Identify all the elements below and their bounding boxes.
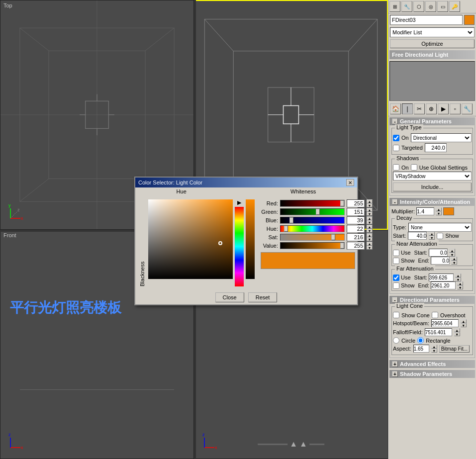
intensity-collapse[interactable]: - [392,199,398,205]
near-show-checkbox[interactable] [393,258,399,264]
red-slider[interactable] [280,200,345,207]
near-end-input[interactable] [431,257,450,265]
green-spin[interactable]: ▲ ▼ [367,208,373,216]
panel-icon-modify[interactable]: ✂ [414,103,425,114]
hue-slider-bar[interactable] [235,207,244,286]
modifier-select[interactable]: Modifier List [390,27,475,37]
toolbar-btn-5[interactable]: ▭ [437,1,448,12]
green-spin-up[interactable]: ▲ [367,208,373,212]
panel-icon-motion[interactable]: ▶ [438,103,449,114]
sat-input[interactable] [347,233,365,241]
mult-spin-up[interactable]: ▲ [436,207,442,211]
advanced-effects-expand[interactable]: + [392,361,398,367]
rectangle-radio[interactable] [417,337,424,344]
hue-spin-down[interactable]: ▼ [367,229,373,233]
panel-icon-display[interactable]: ▫ [450,103,461,114]
optimize-btn[interactable]: Optimize [390,39,475,48]
dialog-close-btn[interactable]: ✕ [346,179,354,186]
value-spin-down[interactable]: ▼ [367,246,373,250]
toolbar-btn-1[interactable]: ⊞ [389,1,400,12]
far-start-up[interactable]: ▲ [455,274,461,277]
hotspot-up[interactable]: ▲ [461,319,467,323]
light-type-select[interactable]: Directional [411,133,472,142]
include-btn[interactable]: Include... [393,183,472,191]
toolbar-btn-2[interactable]: 🔧 [401,1,412,12]
decay-spin-up[interactable]: ▲ [429,232,435,236]
red-spin-down[interactable]: ▼ [367,203,373,207]
shadow-params-expand[interactable]: + [392,371,398,377]
far-show-checkbox[interactable] [393,282,399,289]
mult-spin-down[interactable]: ▼ [436,211,442,215]
decay-show-checkbox[interactable] [437,233,443,239]
near-start-input[interactable] [429,249,448,257]
name-input[interactable] [390,15,463,25]
name-color-swatch[interactable] [464,15,475,25]
scroll-bar[interactable] [258,444,287,445]
close-btn[interactable]: Close [215,292,244,302]
light-on-checkbox[interactable] [393,135,399,141]
falloff-up[interactable]: ▲ [454,328,460,332]
color-picker-area[interactable]: ▶ [148,199,255,286]
blue-spin-down[interactable]: ▼ [367,220,373,224]
shadows-on-checkbox[interactable] [393,164,399,171]
hotspot-input[interactable] [431,319,459,327]
near-use-checkbox[interactable] [393,250,399,256]
blue-slider[interactable] [280,217,345,224]
near-start-down[interactable]: ▼ [449,253,455,257]
targeted-checkbox[interactable] [393,145,399,151]
hue-field-spin[interactable]: ▲ ▼ [367,225,373,233]
toolbar-btn-4[interactable]: ◎ [425,1,436,12]
value-input[interactable] [347,242,365,250]
scroll-up-arrow[interactable]: ▲ [289,440,297,449]
panel-icon-house[interactable]: 🏠 [390,103,401,114]
toolbar-btn-3[interactable]: ⬡ [413,1,424,12]
sat-slider[interactable] [280,234,345,241]
scroll-bar2[interactable] [309,444,324,445]
sat-spin-up[interactable]: ▲ [367,233,373,237]
red-spin[interactable]: ▲ ▼ [367,199,373,207]
value-slider[interactable] [280,242,345,249]
far-end-down[interactable]: ▼ [457,285,463,289]
hotspot-down[interactable]: ▼ [461,323,467,327]
decay-start-input[interactable] [408,232,427,240]
directional-params-collapse[interactable]: - [392,297,398,303]
decay-spin-down[interactable]: ▼ [429,236,435,240]
far-start-input[interactable] [429,274,454,281]
multiplier-color-swatch[interactable] [443,207,454,215]
hue-spin-up[interactable]: ▲ [367,225,373,229]
bitmap-fit-btn[interactable]: Bitmap Fit... [439,345,470,353]
near-end-down[interactable]: ▼ [451,261,457,265]
blue-spin[interactable]: ▲ ▼ [367,216,373,224]
sat-spin[interactable]: ▲ ▼ [367,233,373,241]
falloff-down[interactable]: ▼ [454,332,460,336]
shadow-type-select[interactable]: VRayShadow [393,172,472,181]
green-input[interactable] [347,208,365,216]
toolbar-btn-6[interactable]: 🔑 [449,1,460,12]
hue-field-slider[interactable] [280,225,345,232]
circle-radio[interactable] [393,337,399,344]
overshoot-checkbox[interactable] [432,312,438,318]
far-use-checkbox[interactable] [393,275,399,281]
hue-field-input[interactable] [347,225,365,233]
value-spin-up[interactable]: ▲ [367,242,373,246]
blue-spin-up[interactable]: ▲ [367,216,373,220]
falloff-input[interactable] [425,328,452,336]
near-end-up[interactable]: ▲ [451,257,457,261]
near-start-up[interactable]: ▲ [449,249,455,253]
green-slider[interactable] [280,208,345,215]
aspect-down[interactable]: ▼ [431,349,437,353]
panel-icon-hierarchy[interactable]: ⊕ [426,103,437,114]
multiplier-spin[interactable] [416,207,434,215]
scroll-up-arrow2[interactable]: ▲ [299,440,307,449]
panel-icon-utilities[interactable]: 🔧 [462,103,473,114]
sat-spin-down[interactable]: ▼ [367,237,373,241]
alpha-slider-bar[interactable] [246,199,255,279]
targeted-value[interactable] [425,143,447,152]
gradient-canvas[interactable] [148,199,233,279]
aspect-input[interactable] [413,345,429,353]
aspect-up[interactable]: ▲ [431,345,437,349]
shadows-global-checkbox[interactable] [411,164,417,171]
far-end-up[interactable]: ▲ [457,281,463,285]
blue-input[interactable] [347,216,365,224]
green-spin-down[interactable]: ▼ [367,212,373,216]
